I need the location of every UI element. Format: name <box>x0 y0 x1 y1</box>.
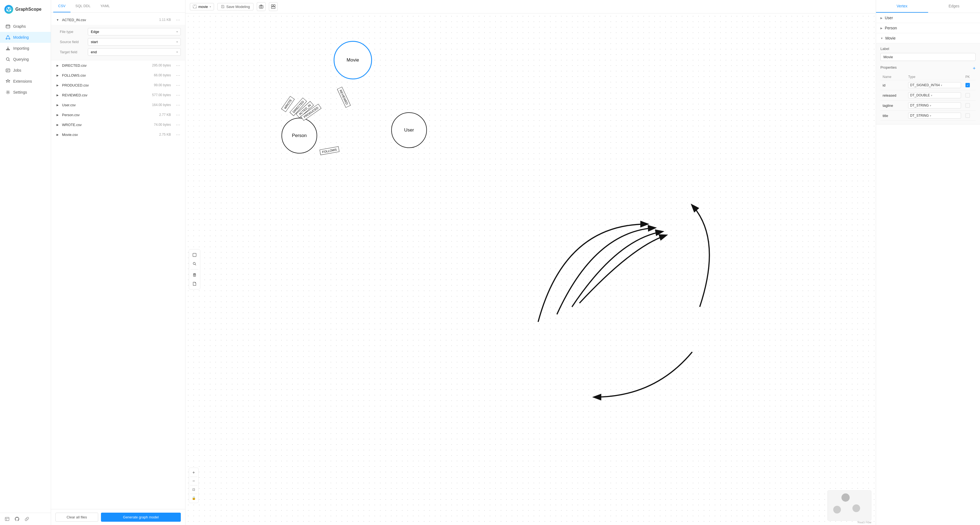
camera-button[interactable] <box>257 2 266 11</box>
file-item-movie[interactable]: ▶ Movie.csv 2.75 KB ⋯ <box>51 129 185 139</box>
prop-name-id: id <box>880 80 906 90</box>
file-item-follows[interactable]: ▶ FOLLOWS.csv 66.00 bytes ⋯ <box>51 70 185 80</box>
github-icon[interactable] <box>14 516 20 522</box>
generate-graph-model-button[interactable]: Generate graph model <box>101 513 181 522</box>
vertex-user-label: User <box>885 16 893 20</box>
search-tool-button[interactable] <box>191 260 198 267</box>
pk-checkbox-id[interactable]: ✓ <box>966 83 970 87</box>
lock-button[interactable]: 🔒 <box>190 495 197 502</box>
logo-area: GraphScope <box>0 0 51 19</box>
file-item-wrote[interactable]: ▶ WROTE.csv 74.00 bytes ⋯ <box>51 120 185 129</box>
logo-icon <box>5 5 13 14</box>
svg-rect-33 <box>274 5 275 6</box>
sidebar-item-extensions[interactable]: Extensions <box>0 76 51 87</box>
vertex-item-person[interactable]: ▶ Person <box>876 23 980 33</box>
source-field-select[interactable]: start ▾ <box>88 38 181 46</box>
person-filename: Person.csv <box>62 113 157 117</box>
prop-name-title: title <box>880 111 906 121</box>
acted-in-filename: ACTED_IN.csv <box>62 18 157 22</box>
directed-filename: DIRECTED.csv <box>62 64 150 67</box>
node-user[interactable]: User <box>391 112 427 148</box>
file-detail-acted-in: File type Edge ▾ Source field start ▾ Ta… <box>51 25 185 61</box>
prop-type-tagline-value: DT_STRING <box>910 104 929 107</box>
person-more-icon[interactable]: ⋯ <box>175 112 181 118</box>
file-item-person[interactable]: ▶ Person.csv 2.77 KB ⋯ <box>51 110 185 120</box>
chevron-down-icon: ▾ <box>177 30 178 33</box>
clear-all-files-button[interactable]: Clear all files <box>56 513 98 522</box>
produced-filename: PRODUCED.csv <box>62 83 152 87</box>
node-person[interactable]: Person <box>282 118 317 153</box>
graph-edges-svg <box>186 13 876 525</box>
source-field-label: Source field <box>60 40 84 44</box>
user-more-icon[interactable]: ⋯ <box>175 102 181 108</box>
file-bottom: Clear all files Generate graph model <box>51 509 185 525</box>
file-item-directed[interactable]: ▶ DIRECTED.csv 295.00 bytes ⋯ <box>51 61 185 70</box>
reviewed-more-icon[interactable]: ⋯ <box>175 92 181 98</box>
sidebar-item-graphs[interactable]: Graphs <box>0 21 51 32</box>
pk-checkbox-title[interactable] <box>966 113 970 118</box>
tab-csv[interactable]: CSV <box>53 0 70 12</box>
prop-type-title-select[interactable]: DT_STRING ▾ <box>908 113 961 119</box>
produced-more-icon[interactable]: ⋯ <box>175 82 181 88</box>
follows-more-icon[interactable]: ⋯ <box>175 72 181 78</box>
wrote-more-icon[interactable]: ⋯ <box>175 122 181 128</box>
delete-tool-button[interactable] <box>191 271 198 279</box>
vertex-item-movie[interactable]: ▼ Movie <box>876 33 980 43</box>
file-item-reviewed[interactable]: ▶ REVIEWED.csv 577.00 bytes ⋯ <box>51 90 185 100</box>
canvas-main[interactable]: Movie Person User WROTE DIRECTED ACTED_I… <box>186 13 876 525</box>
sidebar-item-modeling[interactable]: Modeling <box>0 32 51 43</box>
table-icon[interactable] <box>5 516 10 522</box>
sidebar-item-jobs[interactable]: Jobs <box>0 65 51 76</box>
directed-more-icon[interactable]: ⋯ <box>175 62 181 68</box>
tab-yaml[interactable]: YAML <box>95 0 115 12</box>
graph-name-selector[interactable]: movie ▾ <box>190 3 214 10</box>
chevron-right-icon: ▶ <box>56 73 60 77</box>
graph-icon <box>5 24 10 29</box>
link-icon[interactable] <box>24 516 30 522</box>
movie-label-input[interactable] <box>880 53 975 61</box>
follows-filesize: 66.00 bytes <box>154 73 171 77</box>
tab-edges[interactable]: Edges <box>928 0 980 13</box>
expand-tool-button[interactable] <box>191 251 198 259</box>
pk-checkbox-released[interactable] <box>966 93 970 97</box>
sidebar-item-querying[interactable]: Querying <box>0 54 51 65</box>
canvas-toolbar: movie ▾ Save Modeling <box>186 0 876 13</box>
file-item-user[interactable]: ▶ User.csv 164.00 bytes ⋯ <box>51 100 185 110</box>
sidebar-item-settings[interactable]: Settings <box>0 87 51 98</box>
zoom-in-button[interactable]: + <box>190 469 197 476</box>
person-expand-icon: ▶ <box>880 27 883 30</box>
prop-type-tagline-select[interactable]: DT_STRING ▾ <box>908 102 961 109</box>
svg-rect-32 <box>271 5 273 6</box>
file-type-select[interactable]: Edge ▾ <box>88 28 181 35</box>
target-field-select[interactable]: end ▾ <box>88 48 181 56</box>
add-property-button[interactable]: + <box>973 65 975 72</box>
document-tool-button[interactable] <box>191 280 198 287</box>
table-row: tagline DT_STRING ▾ <box>880 101 975 111</box>
tab-sqldll[interactable]: SQL DDL <box>70 0 95 12</box>
vertex-item-user[interactable]: ▶ User <box>876 13 980 23</box>
save-modeling-button[interactable]: Save Modeling <box>217 3 253 10</box>
movie-more-icon[interactable]: ⋯ <box>175 132 181 137</box>
prop-type-title-value: DT_STRING <box>910 114 929 118</box>
sidebar-item-importing[interactable]: Importing <box>0 43 51 54</box>
fit-view-button[interactable]: ⊡ <box>190 486 197 493</box>
acted-in-more-icon[interactable]: ⋯ <box>175 17 181 22</box>
node-movie[interactable]: Movie <box>334 41 372 79</box>
file-item-acted-in[interactable]: ▼ ACTED_IN.csv 1.11 KB ⋯ <box>51 15 185 25</box>
target-field-row: Target field end ▾ <box>60 48 181 56</box>
svg-rect-21 <box>5 517 9 520</box>
chevron-down-icon: ▾ <box>177 40 178 43</box>
tab-vertex[interactable]: Vertex <box>876 0 928 13</box>
pk-checkbox-tagline[interactable] <box>966 103 970 108</box>
left-toolbar <box>189 249 200 289</box>
prop-type-released-select[interactable]: DT_DOUBLE ▾ <box>908 92 961 98</box>
target-field-label: Target field <box>60 50 84 54</box>
zoom-out-button[interactable]: − <box>190 477 197 485</box>
mini-node-user <box>853 504 860 512</box>
prop-type-id-select[interactable]: DT_SIGNED_INT64 ▾ <box>908 82 961 88</box>
layout-button[interactable] <box>269 2 278 11</box>
prop-type-released-value: DT_DOUBLE <box>910 93 930 97</box>
graph-name-chevron: ▾ <box>210 5 211 8</box>
file-item-produced[interactable]: ▶ PRODUCED.csv 99.00 bytes ⋯ <box>51 80 185 90</box>
svg-line-4 <box>8 8 9 10</box>
